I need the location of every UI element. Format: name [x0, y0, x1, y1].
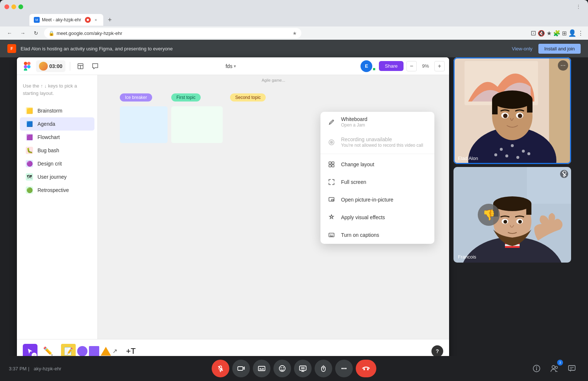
- left-panel: Use the ↑ ↓ keys to pick a starting layo…: [17, 75, 98, 339]
- menu-item-change-layout[interactable]: Change layout: [320, 156, 434, 173]
- designcrit-icon: 🟣: [26, 160, 33, 167]
- browser-toolbar-right: ⊡ 🔇 ★ 🧩 ⊞ 👤 ⋮: [531, 29, 584, 37]
- raise-hand-btn[interactable]: [315, 360, 332, 377]
- maximize-window-btn[interactable]: [18, 4, 23, 9]
- present-btn[interactable]: [294, 360, 312, 377]
- panel-item-designcrit[interactable]: 🟣 Design crit: [20, 157, 94, 170]
- menu-item-effects[interactable]: Apply visual effects: [320, 209, 434, 226]
- panel-item-userjourney-label: User journey: [37, 174, 67, 180]
- meet-center-controls: [212, 360, 376, 377]
- brainstorm-icon: 🟨: [26, 107, 33, 114]
- new-tab-btn[interactable]: +: [105, 15, 115, 25]
- banner-actions: View-only Install and join: [512, 44, 581, 54]
- captions-btn[interactable]: [253, 360, 270, 377]
- participants-count: 3: [557, 360, 563, 366]
- panel-item-retro[interactable]: 🟢 Retrospective: [20, 184, 94, 197]
- panel-item-bugbash-label: Bug bash: [37, 147, 59, 153]
- figma-logo-btn[interactable]: [21, 60, 33, 72]
- canvas-area[interactable]: Agile game... Ice breaker First topic Se…: [98, 75, 449, 339]
- install-join-btn[interactable]: Install and join: [538, 44, 581, 54]
- zoom-area: − 9% +: [406, 61, 445, 71]
- refresh-btn[interactable]: ↻: [31, 28, 41, 38]
- rect-shape-btn[interactable]: [89, 346, 99, 356]
- mute-indicator: [560, 170, 568, 179]
- menu-item-recording-sub: You're not allowed to record this video …: [341, 143, 423, 148]
- back-btn[interactable]: ←: [4, 28, 15, 38]
- menu-item-captions[interactable]: Turn on captions: [320, 226, 434, 244]
- chat-btn[interactable]: [564, 361, 579, 376]
- zoom-out-btn[interactable]: −: [406, 61, 417, 71]
- reactions-btn[interactable]: [273, 360, 291, 377]
- panel-item-userjourney[interactable]: 🗺 User journey: [20, 170, 94, 184]
- timer-area: 03:00: [36, 60, 65, 72]
- chip-ice-breaker[interactable]: Ice breaker: [120, 93, 152, 102]
- video-tile-francois: 👎 Francois: [453, 167, 571, 263]
- chip-second-topic[interactable]: Second topic: [230, 93, 266, 102]
- menu-item-fullscreen[interactable]: Full screen: [320, 173, 434, 191]
- title-bar: ⋮: [0, 0, 588, 13]
- comment-icon-btn[interactable]: [89, 60, 101, 72]
- recording-icon: [327, 138, 336, 147]
- figma-toolbar: 03:00 fds ▾: [17, 57, 449, 75]
- minimize-window-btn[interactable]: [11, 4, 16, 9]
- meet-right-controls: 3: [529, 361, 579, 376]
- panel-item-brainstorm-label: Brainstorm: [37, 108, 62, 114]
- svg-point-84: [555, 366, 557, 368]
- pip-icon: [327, 195, 336, 204]
- whiteboard-icon: [327, 118, 336, 127]
- panel-item-flowchart[interactable]: 🟪 Flowchart: [20, 131, 94, 144]
- svg-rect-78: [363, 368, 365, 370]
- svg-point-55: [518, 220, 522, 224]
- window-control-icon: ⋮: [576, 4, 581, 9]
- svg-point-49: [493, 196, 531, 211]
- thumbs-down-overlay: 👎: [478, 204, 500, 226]
- tab-bar: M Meet - aky-hzpk-ehr × +: [0, 13, 588, 26]
- help-btn[interactable]: ?: [431, 345, 443, 357]
- svg-point-33: [500, 148, 503, 151]
- arrow-tool-btn[interactable]: ↗: [112, 348, 117, 355]
- tab-recording-icon: [85, 17, 91, 23]
- notification-banner: F Elad Alon is hosting an activity using…: [0, 40, 588, 57]
- address-bar[interactable]: 🔒 meet.google.com/aky-hzpk-ehr ★: [44, 28, 301, 38]
- figma-window: 03:00 fds ▾: [17, 57, 449, 363]
- circle-shape-btn[interactable]: [77, 346, 87, 356]
- mic-btn[interactable]: [212, 360, 229, 377]
- forward-btn[interactable]: →: [18, 28, 28, 38]
- menu-item-pip[interactable]: Open picture-in-picture: [320, 191, 434, 209]
- svg-point-39: [527, 152, 530, 155]
- panel-item-bugbash[interactable]: 🐛 Bug bash: [20, 144, 94, 157]
- text-tool-btn[interactable]: +T: [126, 346, 136, 356]
- browser-menu-btn[interactable]: ⋮: [578, 30, 584, 37]
- tab-close-btn[interactable]: ×: [93, 17, 99, 23]
- end-call-btn[interactable]: [356, 360, 376, 377]
- panel-item-agenda[interactable]: 🟦 Agenda: [20, 117, 94, 131]
- triangle-shape-btn[interactable]: [101, 347, 111, 356]
- svg-point-82: [536, 367, 537, 368]
- agenda-card-2: [171, 106, 223, 143]
- layout-icon-btn[interactable]: [75, 60, 86, 72]
- menu-item-whiteboard-label: Whiteboard: [341, 116, 368, 122]
- menu-item-recording: Recording unavailable You're not allowed…: [320, 132, 434, 152]
- participant-name-elad: Elad Alon: [458, 156, 478, 161]
- svg-rect-2: [24, 65, 27, 68]
- close-window-btn[interactable]: [4, 4, 9, 9]
- zoom-in-btn[interactable]: +: [434, 61, 445, 71]
- chip-first-topic[interactable]: First topic: [171, 93, 201, 102]
- browser-tab[interactable]: M Meet - aky-hzpk-ehr ×: [29, 14, 103, 26]
- view-only-btn[interactable]: View-only: [512, 46, 533, 51]
- menu-item-whiteboard[interactable]: Whiteboard Open a Jam: [320, 112, 434, 132]
- file-name[interactable]: fds ▾: [226, 63, 236, 69]
- panel-item-brainstorm[interactable]: 🟨 Brainstorm: [20, 104, 94, 117]
- more-options-btn[interactable]: [335, 360, 353, 377]
- figma-icon: F: [7, 44, 16, 53]
- svg-rect-64: [258, 366, 265, 371]
- meet-separator: |: [28, 366, 29, 371]
- tab-title: Meet - aky-hzpk-ehr: [42, 17, 81, 22]
- participants-btn[interactable]: 3: [547, 361, 562, 376]
- svg-point-69: [281, 367, 282, 368]
- tile-options-btn[interactable]: ⋯: [558, 60, 568, 71]
- timer-display: 03:00: [49, 63, 62, 69]
- info-btn[interactable]: [529, 361, 544, 376]
- share-btn[interactable]: Share: [379, 61, 404, 71]
- camera-btn[interactable]: [232, 360, 250, 377]
